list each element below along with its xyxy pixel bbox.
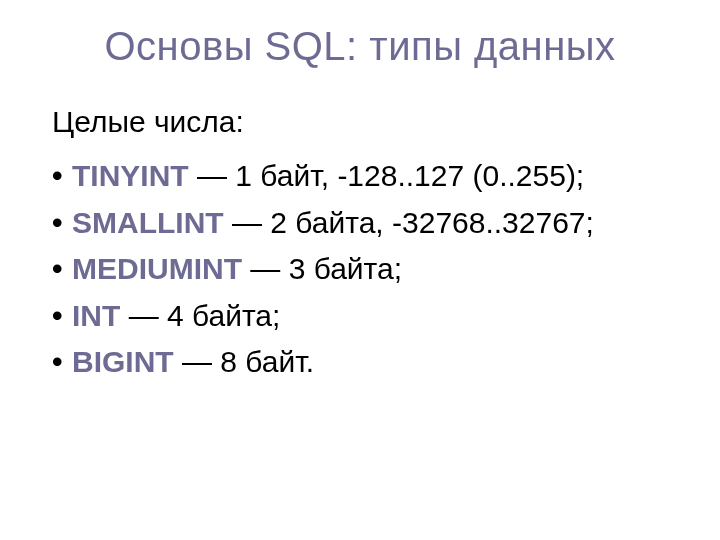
type-name: BIGINT xyxy=(72,345,174,378)
list-item: • MEDIUMINT — 3 байта; xyxy=(52,246,672,293)
type-desc: — 2 байта, -32768..32767; xyxy=(224,206,594,239)
type-name: MEDIUMINT xyxy=(72,252,242,285)
list-item: • INT — 4 байта; xyxy=(52,293,672,340)
slide-title: Основы SQL: типы данных xyxy=(48,24,672,69)
type-name: TINYINT xyxy=(72,159,189,192)
section-heading: Целые числа: xyxy=(52,105,672,139)
type-desc: — 1 байт, -128..127 (0..255); xyxy=(189,159,585,192)
list-item: • SMALLINT — 2 байта, -32768..32767; xyxy=(52,200,672,247)
bullet-icon: • xyxy=(52,293,63,340)
type-name: SMALLINT xyxy=(72,206,224,239)
list-item: • TINYINT — 1 байт, -128..127 (0..255); xyxy=(52,153,672,200)
type-list: • TINYINT — 1 байт, -128..127 (0..255); … xyxy=(48,153,672,386)
bullet-icon: • xyxy=(52,246,63,293)
type-desc: — 4 байта; xyxy=(120,299,280,332)
type-name: INT xyxy=(72,299,120,332)
bullet-icon: • xyxy=(52,339,63,386)
list-item: • BIGINT — 8 байт. xyxy=(52,339,672,386)
bullet-icon: • xyxy=(52,200,63,247)
type-desc: — 3 байта; xyxy=(242,252,402,285)
bullet-icon: • xyxy=(52,153,63,200)
type-desc: — 8 байт. xyxy=(174,345,314,378)
